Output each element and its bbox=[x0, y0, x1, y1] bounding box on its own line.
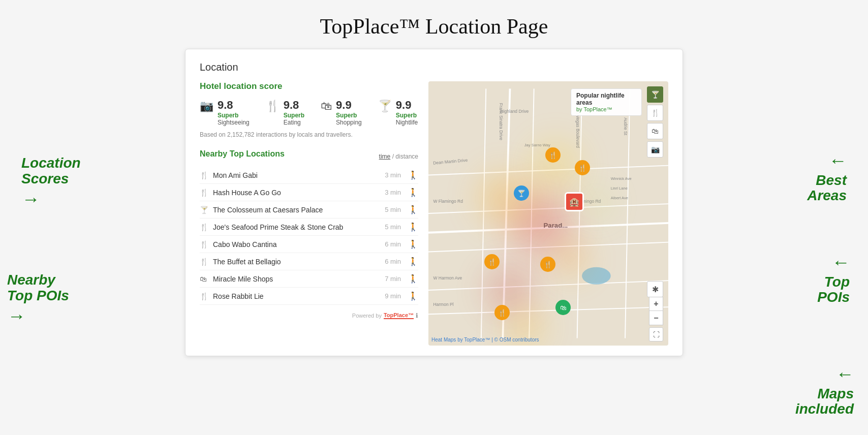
food-marker-4[interactable]: 🍴 bbox=[540, 257, 555, 272]
walk-icon: 🚶 bbox=[408, 257, 418, 266]
fullscreen-btn[interactable]: ⛶ bbox=[649, 327, 663, 341]
svg-text:Audrie St: Audrie St bbox=[623, 117, 628, 136]
shopping-label: Shopping bbox=[336, 119, 362, 126]
walk-icon: 🚶 bbox=[408, 170, 418, 180]
info-icon[interactable]: ℹ bbox=[416, 312, 418, 319]
poi-food-icon: 🍴 bbox=[200, 240, 211, 248]
compass-btn[interactable]: ✱ bbox=[647, 281, 663, 297]
map-zoom: + − bbox=[649, 297, 663, 325]
poi-name: Mon Ami Gabi bbox=[211, 171, 384, 179]
time-distance: time / distance bbox=[379, 153, 418, 160]
poi-food-icon: 🍴 bbox=[200, 171, 211, 179]
sightseeing-label: Sightseeing bbox=[218, 119, 250, 126]
poi-food-icon: 🍴 bbox=[200, 258, 211, 266]
maps-annotation: ← Mapsincluded bbox=[795, 364, 854, 417]
poi-name: Cabo Wabo Cantina bbox=[211, 240, 384, 248]
food-marker-2[interactable]: 🍴 bbox=[575, 160, 590, 175]
card-section-title: Location bbox=[200, 61, 668, 73]
walk-icon: 🚶 bbox=[408, 239, 418, 249]
nightlife-number: 9.9 bbox=[396, 99, 412, 111]
food-marker-1[interactable]: 🍴 bbox=[545, 147, 561, 163]
nearby-header: Nearby Top Locations time / distance bbox=[200, 149, 418, 164]
poi-shop-icon: 🛍 bbox=[200, 275, 211, 283]
left-panel: Hotel location score 📷 9.8 Superb Sights… bbox=[200, 81, 418, 346]
map-tooltip: Popular nightlife areas by TopPlace™ bbox=[571, 88, 642, 116]
location-scores-annotation: LocationScores → bbox=[21, 156, 81, 209]
walk-icon: 🚶 bbox=[408, 291, 418, 301]
svg-text:Highland Drive: Highland Drive bbox=[501, 109, 529, 114]
walk-icon: 🚶 bbox=[408, 222, 418, 232]
score-sightseeing: 📷 9.8 Superb Sightseeing bbox=[200, 99, 250, 126]
walk-icon: 🚶 bbox=[408, 274, 418, 284]
map-controls: 🍸 🍴 🛍 📷 bbox=[647, 86, 663, 158]
eating-superb: Superb bbox=[284, 112, 304, 119]
shopping-superb: Superb bbox=[336, 112, 362, 119]
nightlife-filter-btn[interactable]: 🍸 bbox=[647, 86, 663, 103]
time-label[interactable]: time bbox=[379, 153, 391, 160]
list-item[interactable]: 🍸 The Colosseum at Caesars Palace 5 min … bbox=[200, 201, 418, 219]
eating-label: Eating bbox=[284, 119, 304, 126]
sightseeing-number: 9.8 bbox=[218, 99, 233, 111]
poi-time: 5 min bbox=[384, 223, 408, 231]
tooltip-title: Popular nightlife areas bbox=[576, 92, 636, 106]
top-pois-annotation: ← TopPOIs bbox=[817, 252, 850, 305]
nearby-poi-annotation: NearbyTop POIs → bbox=[7, 272, 69, 326]
nightlife-marker[interactable]: 🍸 bbox=[514, 185, 529, 201]
poi-food-icon: 🍴 bbox=[200, 292, 211, 300]
poi-nightlife-icon: 🍸 bbox=[200, 206, 211, 214]
card-inner: Hotel location score 📷 9.8 Superb Sights… bbox=[200, 81, 668, 346]
map-attribution: Heat Maps by TopPlace™ | © OSM contribut… bbox=[431, 337, 539, 343]
tooltip-sub: by TopPlace™ bbox=[576, 106, 636, 112]
eating-number: 9.8 bbox=[284, 99, 299, 111]
best-areas-annotation: ← BestAreas bbox=[807, 150, 847, 204]
shop-marker[interactable]: 🛍 bbox=[555, 300, 571, 315]
food-filter-btn[interactable]: 🍴 bbox=[647, 105, 663, 121]
poi-name: Joe's Seafood Prime Steak & Stone Crab bbox=[211, 223, 384, 231]
powered-by-label: Powered by bbox=[352, 313, 382, 319]
list-item[interactable]: 🍴 Hash House A Go Go 3 min 🚶 bbox=[200, 184, 418, 201]
list-item[interactable]: 🍴 Mon Ami Gabi 3 min 🚶 bbox=[200, 167, 418, 184]
score-footnote: Based on 2,152,782 interactions by local… bbox=[200, 131, 418, 138]
poi-name: Hash House A Go Go bbox=[211, 189, 384, 197]
list-item[interactable]: 🍴 The Buffet at Bellagio 6 min 🚶 bbox=[200, 253, 418, 270]
list-item[interactable]: 🍴 Cabo Wabo Cantina 6 min 🚶 bbox=[200, 236, 418, 253]
poi-food-icon: 🍴 bbox=[200, 223, 211, 231]
poi-name: Miracle Mile Shops bbox=[211, 275, 384, 283]
shop-filter-btn[interactable]: 🛍 bbox=[647, 123, 663, 139]
score-eating: 🍴 9.8 Superb Eating bbox=[266, 99, 304, 126]
map-panel[interactable]: Dean Martin Drive W Flamingo Rd E Flamin… bbox=[428, 81, 668, 346]
list-item[interactable]: 🛍 Miracle Mile Shops 7 min 🚶 bbox=[200, 270, 418, 288]
svg-text:Harmon Pl: Harmon Pl bbox=[433, 302, 453, 307]
score-shopping: 🛍 9.9 Superb Shopping bbox=[321, 99, 362, 126]
zoom-in-btn[interactable]: + bbox=[649, 297, 663, 311]
shopping-number: 9.9 bbox=[336, 99, 352, 111]
poi-name: Rose Rabbit Lie bbox=[211, 292, 384, 300]
poi-time: 3 min bbox=[384, 171, 408, 179]
fork-icon: 🍴 bbox=[266, 100, 280, 113]
main-container: LocationScores → NearbyTop POIs → ← Best… bbox=[0, 49, 868, 356]
poi-name: The Colosseum at Caesars Palace bbox=[211, 206, 384, 214]
list-item[interactable]: 🍴 Rose Rabbit Lie 9 min 🚶 bbox=[200, 288, 418, 305]
distance-label: / distance bbox=[392, 153, 418, 160]
location-card: Location Hotel location score 📷 9.8 Supe… bbox=[185, 49, 683, 356]
page-title: TopPlace™ Location Page bbox=[0, 0, 868, 49]
topplace-brand: TopPlace™ bbox=[384, 312, 414, 319]
sightseeing-superb: Superb bbox=[218, 112, 250, 119]
food-marker-5[interactable]: 🍴 bbox=[494, 305, 510, 320]
hotel-score-title: Hotel location score bbox=[200, 81, 418, 91]
food-marker-3[interactable]: 🍴 bbox=[484, 254, 500, 269]
poi-time: 6 min bbox=[384, 240, 408, 248]
list-item[interactable]: 🍴 Joe's Seafood Prime Steak & Stone Crab… bbox=[200, 219, 418, 236]
sightseeing-filter-btn[interactable]: 📷 bbox=[647, 141, 663, 158]
camera-icon: 📷 bbox=[200, 100, 213, 113]
scores-row: 📷 9.8 Superb Sightseeing 🍴 9.8 Superb bbox=[200, 99, 418, 126]
walk-icon: 🚶 bbox=[408, 188, 418, 197]
powered-by: Powered by TopPlace™ ℹ bbox=[200, 312, 418, 319]
zoom-out-btn[interactable]: − bbox=[649, 311, 663, 325]
nearby-title: Nearby Top Locations bbox=[200, 149, 285, 159]
poi-time: 3 min bbox=[384, 189, 408, 196]
poi-list: 🍴 Mon Ami Gabi 3 min 🚶 🍴 Hash House A Go… bbox=[200, 167, 418, 305]
svg-text:W Harmon Ave: W Harmon Ave bbox=[433, 275, 462, 281]
poi-food-icon: 🍴 bbox=[200, 189, 211, 197]
hotel-marker[interactable]: 🏨 bbox=[565, 192, 584, 211]
